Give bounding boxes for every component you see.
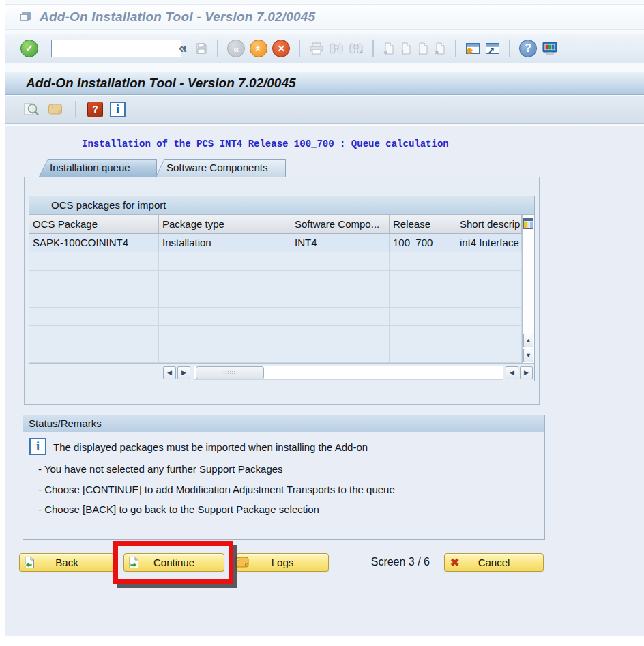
gui-settings-button[interactable]	[542, 41, 558, 56]
toolbar-separator	[217, 40, 218, 57]
enter-button[interactable]: ✓	[20, 40, 38, 57]
application-toolbar: ? i	[0, 96, 644, 124]
column-header-ocs-package[interactable]: OCS Package	[29, 215, 159, 234]
window-menu-icon[interactable]	[19, 12, 32, 23]
application-title: Add-On Installation Tool - Version 7.02/…	[26, 76, 296, 91]
back-button[interactable]: Back	[19, 553, 115, 572]
scroll-up-button[interactable]: ▲	[523, 334, 533, 347]
status-remarks-box: Status/Remarks i The displayed packages …	[23, 415, 545, 540]
logs-button[interactable]: Logs	[236, 553, 329, 572]
table-empty-row[interactable]	[29, 308, 522, 326]
horizontal-scroll-track[interactable]: ∷∷∷	[194, 366, 503, 380]
continue-button[interactable]: Continue	[123, 553, 224, 572]
empty-cell[interactable]	[159, 289, 291, 308]
empty-cell[interactable]	[291, 289, 390, 308]
empty-cell[interactable]	[29, 308, 159, 326]
column-header-short-description[interactable]: Short descrip	[456, 215, 522, 234]
save-button[interactable]	[194, 42, 208, 55]
empty-cell[interactable]	[159, 326, 291, 344]
vertical-scrollbar[interactable]: ▲ ▼	[522, 215, 534, 363]
empty-cell[interactable]	[29, 326, 159, 344]
empty-cell[interactable]	[29, 289, 159, 308]
empty-cell[interactable]	[159, 252, 291, 271]
cancel-button[interactable]: ✖ Cancel	[444, 553, 544, 572]
empty-cell[interactable]	[29, 271, 159, 289]
table-empty-row[interactable]	[29, 326, 522, 344]
find-button[interactable]	[329, 42, 344, 55]
collapse-toolbar-icon[interactable]: «	[179, 41, 187, 56]
help-book-icon[interactable]: ?	[87, 102, 103, 117]
info-icon[interactable]: i	[110, 102, 126, 117]
scroll-down-button[interactable]: ▼	[523, 349, 533, 362]
check-queue-button[interactable]	[23, 102, 40, 117]
table-caption: OCS packages for import	[29, 196, 534, 215]
scroll-right-button-2[interactable]: ▶	[520, 366, 533, 379]
app-logs-button[interactable]	[47, 102, 64, 116]
empty-cell[interactable]	[456, 308, 522, 326]
column-header-release[interactable]: Release	[390, 215, 456, 234]
print-button[interactable]	[309, 42, 324, 55]
tab-software-components[interactable]: Software Components	[156, 159, 286, 177]
cell-short-description[interactable]: int4 Interface	[456, 234, 522, 252]
cancel-x-icon: ✖	[450, 556, 459, 569]
application-titlebar: Add-On Installation Tool - Version 7.02/…	[0, 72, 644, 95]
table-empty-rows	[29, 252, 522, 363]
back-nav-button[interactable]: «	[227, 40, 245, 57]
next-page-button[interactable]: ↓	[417, 42, 429, 55]
empty-cell[interactable]	[390, 271, 456, 289]
empty-cell[interactable]	[29, 252, 159, 271]
help-button[interactable]: ?	[519, 40, 537, 57]
column-header-package-type[interactable]: Package type	[159, 215, 291, 234]
empty-cell[interactable]	[159, 344, 291, 363]
empty-cell[interactable]	[456, 252, 522, 271]
table-row[interactable]: SAPK-100COININT4 Installation INT4 100_7…	[29, 234, 522, 252]
table-empty-row[interactable]	[29, 344, 522, 363]
empty-cell[interactable]	[159, 308, 291, 326]
scroll-left-button-2[interactable]: ◀	[506, 366, 518, 379]
empty-cell[interactable]	[29, 344, 159, 363]
tab-installation-queue[interactable]: Installation queue	[39, 159, 157, 177]
empty-cell[interactable]	[390, 308, 456, 326]
column-header-software-component[interactable]: Software Compo...	[291, 215, 390, 234]
cell-software-component[interactable]: INT4	[291, 234, 390, 252]
empty-cell[interactable]	[291, 252, 390, 271]
cell-release[interactable]: 100_700	[390, 234, 456, 252]
find-next-button[interactable]: +	[349, 42, 364, 55]
table-settings-icon[interactable]	[523, 218, 533, 231]
exit-button[interactable]: «	[250, 40, 267, 57]
empty-cell[interactable]	[390, 289, 456, 308]
previous-page-button[interactable]: ↑	[400, 42, 412, 55]
horizontal-scroll-thumb[interactable]: ∷∷∷	[196, 366, 264, 379]
scroll-left-button[interactable]: ◀	[163, 366, 176, 379]
empty-cell[interactable]	[456, 271, 522, 289]
empty-cell[interactable]	[390, 252, 456, 271]
back-page-icon	[23, 556, 35, 571]
first-page-button[interactable]: «	[383, 42, 395, 55]
empty-cell[interactable]	[456, 289, 522, 308]
create-shortcut-button[interactable]: ➚	[485, 42, 500, 55]
svg-text:+: +	[360, 49, 363, 55]
tab-strip: Installation queue Software Components	[39, 159, 286, 177]
empty-cell[interactable]	[456, 326, 522, 344]
cell-ocs-package[interactable]: SAPK-100COININT4	[29, 234, 159, 252]
last-page-button[interactable]: »	[434, 42, 446, 55]
horizontal-scrollbar[interactable]: ◀ ▶ ∷∷∷ ◀ ▶	[29, 363, 534, 381]
tab-label: Software Components	[156, 162, 272, 173]
empty-cell[interactable]	[159, 271, 291, 289]
status-remark: - Choose [CONTINUE] to add Modification …	[38, 484, 395, 495]
table-empty-row[interactable]	[29, 271, 522, 289]
empty-cell[interactable]	[390, 326, 456, 344]
empty-cell[interactable]	[291, 344, 390, 363]
scroll-right-button[interactable]: ▶	[177, 366, 190, 379]
cell-package-type[interactable]: Installation	[159, 234, 291, 252]
new-session-button[interactable]: ✹	[465, 42, 480, 55]
empty-cell[interactable]	[291, 326, 390, 344]
empty-cell[interactable]	[456, 344, 522, 363]
empty-cell[interactable]	[291, 271, 390, 289]
table-empty-row[interactable]	[29, 289, 522, 308]
table-empty-row[interactable]	[29, 252, 522, 271]
empty-cell[interactable]	[291, 308, 390, 326]
command-field[interactable]	[52, 40, 181, 57]
empty-cell[interactable]	[390, 344, 456, 363]
cancel-nav-button[interactable]: ✕	[272, 40, 290, 57]
